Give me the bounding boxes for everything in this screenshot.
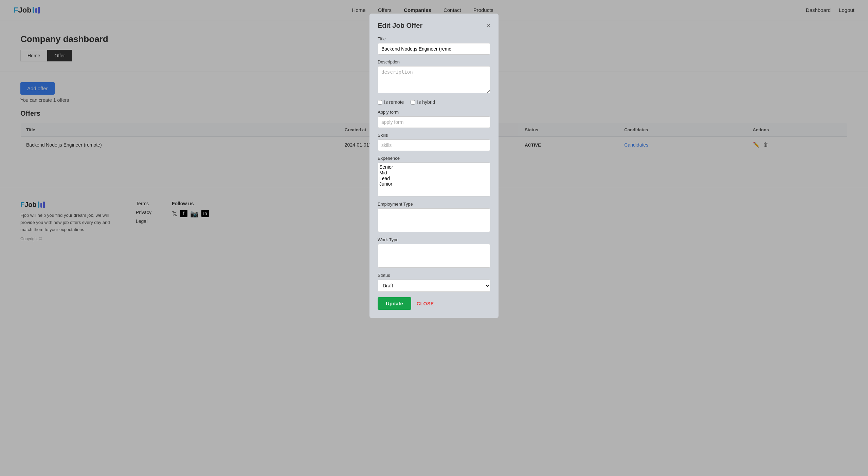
is-remote-input[interactable] [378,100,382,104]
skills-input[interactable] [378,139,490,151]
employment-type-label: Employment Type [378,202,490,207]
title-input[interactable] [378,43,490,55]
description-label: Description [378,59,490,64]
status-label: Status [378,273,490,278]
modal: Edit Job Offer × Title Description Is re… [369,14,499,318]
modal-close-x-button[interactable]: × [487,22,490,29]
apply-form-label: Apply form [378,110,490,115]
work-type-select[interactable] [378,244,490,268]
experience-option-senior[interactable]: Senior [379,164,489,170]
close-button[interactable]: CLOSE [417,301,434,306]
experience-option-lead[interactable]: Lead [379,176,489,182]
is-hybrid-input[interactable] [411,100,415,104]
form-group-employment-type: Employment Type [378,202,490,232]
is-remote-checkbox: Is remote [378,99,404,105]
experience-option-mid[interactable]: Mid [379,170,489,176]
modal-header: Edit Job Offer × [378,22,490,30]
is-hybrid-checkbox: Is hybrid [411,99,435,105]
title-label: Title [378,36,490,41]
form-group-experience: Experience Senior Mid Lead Junior [378,156,490,197]
form-group-apply-form: Apply form [378,110,490,128]
skills-label: Skills [378,133,490,138]
checkboxes: Is remote Is hybrid [378,99,490,105]
experience-select[interactable]: Senior Mid Lead Junior [378,163,490,196]
form-group-description: Description [378,59,490,95]
modal-actions: Update CLOSE [378,297,490,310]
is-remote-label: Is remote [384,99,404,105]
experience-label: Experience [378,156,490,161]
modal-title: Edit Job Offer [378,22,422,30]
description-textarea[interactable] [378,66,490,93]
modal-overlay: Edit Job Offer × Title Description Is re… [0,0,868,476]
status-select[interactable]: Draft Active Inactive [378,280,490,292]
apply-form-input[interactable] [378,116,490,128]
form-group-work-type: Work Type [378,237,490,268]
is-hybrid-label: Is hybrid [417,99,435,105]
form-group-skills: Skills [378,133,490,151]
employment-type-select[interactable] [378,208,490,232]
work-type-label: Work Type [378,237,490,242]
experience-option-junior[interactable]: Junior [379,181,489,187]
form-group-status: Status Draft Active Inactive [378,273,490,292]
update-button[interactable]: Update [378,297,411,310]
form-group-title: Title [378,36,490,55]
